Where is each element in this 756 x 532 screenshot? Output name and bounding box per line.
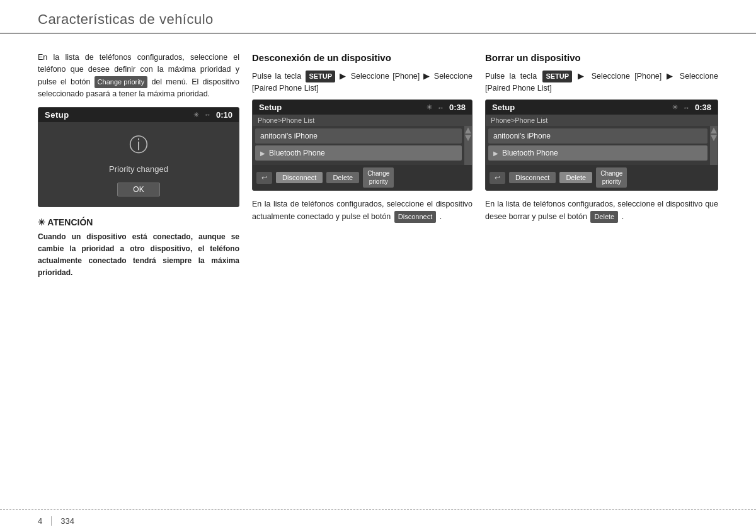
change-priority-badge: Change priority <box>94 76 148 88</box>
setup-time-left: 0:10 <box>216 110 232 120</box>
scroll-down-mid[interactable] <box>465 135 471 141</box>
right-heading: Borrar un dispositivo <box>485 52 718 64</box>
delete-btn-mid[interactable]: Delete <box>326 172 359 183</box>
phone-bottombar-mid: ↩ Disconnect Delete Change priority <box>253 165 472 190</box>
phone-title-mid: Setup <box>259 103 282 112</box>
phone-item1-right: anitooni's iPhone <box>488 128 707 144</box>
phone-breadcrumb-right: Phone>Phone List <box>486 115 718 126</box>
phone-item2-right[interactable]: ▶ Bluetooth Phone <box>488 145 707 161</box>
phone-back-btn-right[interactable]: ↩ <box>490 172 505 184</box>
phone-icon1-right: ✳ <box>672 103 678 111</box>
phone-list-row-right: anitooni's iPhone ▶ Bluetooth Phone <box>486 126 718 165</box>
col-mid: Desconexión de un dispositivo Pulse la t… <box>252 52 485 509</box>
mid-intro: Pulse la tecla SETUP ▶ Seleccione [Phone… <box>252 71 472 95</box>
attention-title: ✳ ATENCIÓN <box>38 217 239 227</box>
setup-badge-mid: SETUP <box>306 71 335 82</box>
phone-list-main-right: anitooni's iPhone ▶ Bluetooth Phone <box>486 126 710 165</box>
phone-time-mid: 0:38 <box>449 103 466 112</box>
phone-icon2-right: ↔ <box>683 104 690 111</box>
phone-icon1-mid: ✳ <box>427 103 432 111</box>
info-icon-left: ⓘ <box>129 132 148 158</box>
col-left: En la lista de teléfonos configurados, s… <box>38 52 252 509</box>
phone-icons-mid: ✳ ↔ 0:38 <box>427 103 466 112</box>
right-intro: Pulse la tecla SETUP ▶ Seleccione [Phone… <box>485 71 718 95</box>
disconnect-btn-mid[interactable]: Disconnect <box>276 172 323 183</box>
scroll-up-mid[interactable] <box>465 127 471 133</box>
setup-screen-left: Setup ✳ ↔ 0:10 ⓘ Priority changed OK <box>38 107 239 207</box>
change-priority-btn-mid[interactable]: Change priority <box>363 167 394 188</box>
left-intro-text: En la lista de teléfonos configurados, s… <box>38 52 239 101</box>
mid-body-text: En la lista de teléfonos configurados, s… <box>252 198 472 223</box>
phone-titlebar-right: Setup ✳ ↔ 0:38 <box>486 100 718 115</box>
setup-ok-btn-left[interactable]: OK <box>117 183 159 196</box>
phone-item2-mid[interactable]: ▶ Bluetooth Phone <box>255 145 462 161</box>
change-priority-btn-right[interactable]: Change priority <box>596 167 627 188</box>
mid-heading: Desconexión de un dispositivo <box>252 52 472 64</box>
phone-scrollbar-right[interactable] <box>710 126 718 165</box>
phone-breadcrumb-mid: Phone>Phone List <box>253 115 472 126</box>
setup-icons-left: ✳ ↔ 0:10 <box>193 110 232 120</box>
disconnect-inline-btn: Disconnect <box>394 211 436 223</box>
phone-list-row-mid: anitooni's iPhone ▶ Bluetooth Phone <box>253 126 472 165</box>
delete-inline-btn: Delete <box>590 211 618 223</box>
phone-screen-mid: Setup ✳ ↔ 0:38 Phone>Phone List anitooni… <box>252 99 472 191</box>
setup-title-left: Setup <box>45 110 69 120</box>
disconnect-btn-right[interactable]: Disconnect <box>509 172 556 183</box>
col-right: Borrar un dispositivo Pulse la tecla SET… <box>485 52 718 509</box>
phone-scrollbar-mid[interactable] <box>464 126 472 165</box>
delete-btn-right[interactable]: Delete <box>559 172 592 183</box>
phone-list-area-mid: anitooni's iPhone ▶ Bluetooth Phone <box>253 126 464 165</box>
scroll-down-right[interactable] <box>711 135 717 141</box>
phone-list-area-right: anitooni's iPhone ▶ Bluetooth Phone <box>486 126 710 165</box>
phone-icon2-mid: ↔ <box>437 104 444 111</box>
phone-item-arrow-right: ▶ <box>493 150 498 157</box>
page-header: Características de vehículo <box>0 0 756 34</box>
attention-text: Cuando un dispositivo está conectado, au… <box>38 231 239 280</box>
phone-bottombar-right: ↩ Disconnect Delete Change priority <box>486 165 718 190</box>
setup-message-left: Priority changed <box>109 164 168 174</box>
right-body-text: En la lista de teléfonos configurados, s… <box>485 198 718 223</box>
setup-titlebar-left: Setup ✳ ↔ 0:10 <box>38 108 239 122</box>
phone-screen-right: Setup ✳ ↔ 0:38 Phone>Phone List anitooni… <box>485 99 718 191</box>
phone-list-main-mid: anitooni's iPhone ▶ Bluetooth Phone <box>253 126 464 165</box>
setup-icon2-left: ↔ <box>204 111 211 118</box>
scroll-up-right[interactable] <box>711 127 717 133</box>
phone-titlebar-mid: Setup ✳ ↔ 0:38 <box>253 100 472 115</box>
phone-back-btn-mid[interactable]: ↩ <box>256 172 272 184</box>
attention-section: ✳ ATENCIÓN Cuando un dispositivo está co… <box>38 217 239 280</box>
page-title: Características de vehículo <box>38 11 214 27</box>
setup-badge-right: SETUP <box>542 71 572 82</box>
footer-page-num: 4 <box>38 516 52 526</box>
phone-item1-mid: anitooni's iPhone <box>255 128 462 144</box>
phone-icons-right: ✳ ↔ 0:38 <box>672 103 711 112</box>
footer-chapter-num: 334 <box>60 516 74 526</box>
phone-item-arrow-mid: ▶ <box>260 150 265 157</box>
setup-icon1-left: ✳ <box>193 111 199 119</box>
setup-body-left: ⓘ Priority changed OK <box>38 122 239 207</box>
phone-time-right: 0:38 <box>695 103 711 112</box>
phone-title-right: Setup <box>492 103 515 112</box>
page-wrapper: Características de vehículo En la lista … <box>0 0 756 532</box>
content-area: En la lista de teléfonos configurados, s… <box>0 34 756 509</box>
page-footer: 4 334 <box>0 509 756 532</box>
